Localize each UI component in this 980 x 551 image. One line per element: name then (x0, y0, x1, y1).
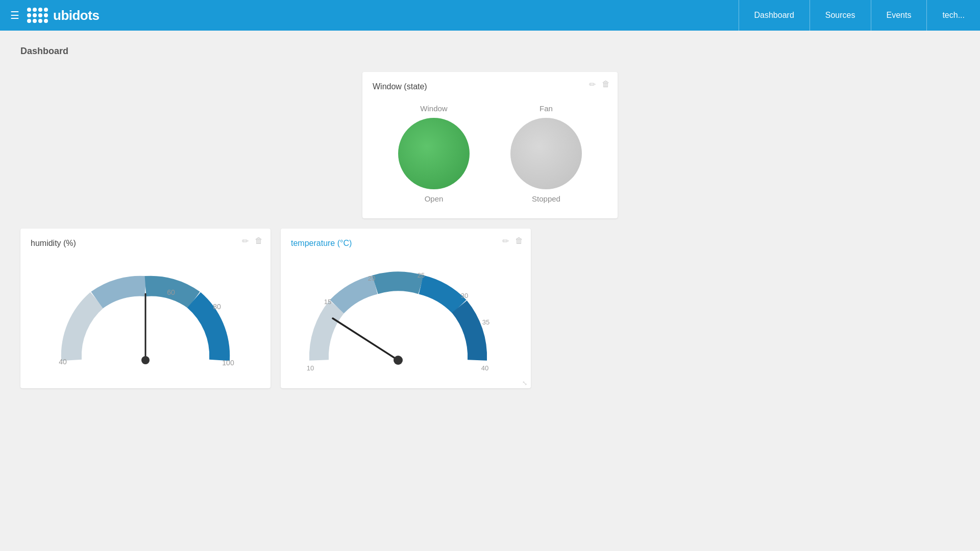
humidity-widget-title: humidity (%) (31, 239, 260, 248)
window-label-bottom: Open (425, 194, 444, 203)
temperature-widget-edit-button[interactable]: ✏ (502, 236, 509, 246)
humidity-gauge-svg: 40 60 80 100 (48, 263, 242, 375)
widgets-row-2: humidity (%) ✏ 🗑 40 60 (20, 229, 960, 388)
humidity-widget-card: humidity (%) ✏ 🗑 40 60 (20, 229, 271, 388)
logo: ubidots (27, 8, 99, 23)
fan-label-top: Fan (540, 104, 553, 113)
state-widget-edit-button[interactable]: ✏ (589, 80, 596, 89)
humidity-gauge: 40 60 80 100 (31, 256, 260, 378)
svg-text:80: 80 (213, 303, 221, 311)
temperature-widget-card: temperature (°C) ✏ 🗑 (281, 229, 531, 388)
temperature-widget-actions: ✏ 🗑 (502, 236, 523, 246)
page-title: Dashboard (20, 46, 960, 57)
state-widget-actions: ✏ 🗑 (589, 80, 610, 89)
svg-text:15: 15 (324, 298, 331, 306)
temperature-gauge: 10 15 20 25 30 35 40 (291, 256, 521, 378)
svg-text:40: 40 (481, 364, 488, 372)
fan-indicator: Fan Stopped (510, 104, 582, 203)
svg-point-14 (394, 356, 403, 365)
temperature-gauge-svg: 10 15 20 25 30 35 40 (296, 263, 516, 375)
svg-text:35: 35 (482, 318, 489, 326)
main-nav: Dashboard Sources Events tech... (739, 0, 980, 31)
svg-text:40: 40 (59, 358, 67, 366)
header: ☰ ubidots Dashboard Sources Events tech.… (0, 0, 980, 31)
temperature-widget-title-link[interactable]: temperature (°C) (291, 239, 352, 247)
nav-events[interactable]: Events (871, 0, 927, 31)
humidity-widget-delete-button[interactable]: 🗑 (255, 236, 263, 246)
state-widget-delete-button[interactable]: 🗑 (602, 80, 610, 89)
window-label-top: Window (420, 104, 447, 113)
svg-text:25: 25 (418, 271, 425, 279)
svg-point-5 (141, 356, 150, 364)
svg-text:100: 100 (222, 359, 234, 367)
state-widget-title: Window (state) (373, 82, 607, 91)
fan-circle[interactable] (510, 118, 582, 189)
temperature-widget-delete-button[interactable]: 🗑 (515, 236, 523, 246)
svg-line-13 (333, 318, 398, 360)
nav-dashboard[interactable]: Dashboard (739, 0, 810, 31)
window-indicator: Window Open (398, 104, 470, 203)
svg-text:20: 20 (368, 274, 375, 282)
widgets-row-1: Window (state) ✏ 🗑 Window Open Fan Stopp… (20, 72, 960, 218)
logo-text: ubidots (53, 8, 99, 23)
humidity-widget-actions: ✏ 🗑 (242, 236, 263, 246)
state-indicators: Window Open Fan Stopped (373, 99, 607, 208)
state-widget-card: Window (state) ✏ 🗑 Window Open Fan Stopp… (362, 72, 618, 218)
humidity-widget-edit-button[interactable]: ✏ (242, 236, 249, 246)
window-circle[interactable] (398, 118, 470, 189)
temperature-widget-title: temperature (°C) (291, 239, 521, 248)
nav-tech[interactable]: tech... (926, 0, 980, 31)
page-content: Dashboard Window (state) ✏ 🗑 Window Open… (0, 31, 980, 404)
svg-text:60: 60 (167, 288, 175, 296)
resize-handle[interactable]: ⤡ (522, 380, 528, 386)
svg-text:10: 10 (307, 364, 314, 372)
menu-icon[interactable]: ☰ (10, 9, 19, 21)
nav-sources[interactable]: Sources (810, 0, 871, 31)
fan-label-bottom: Stopped (532, 194, 560, 203)
svg-text:30: 30 (461, 292, 468, 299)
logo-dots-icon (27, 8, 48, 23)
